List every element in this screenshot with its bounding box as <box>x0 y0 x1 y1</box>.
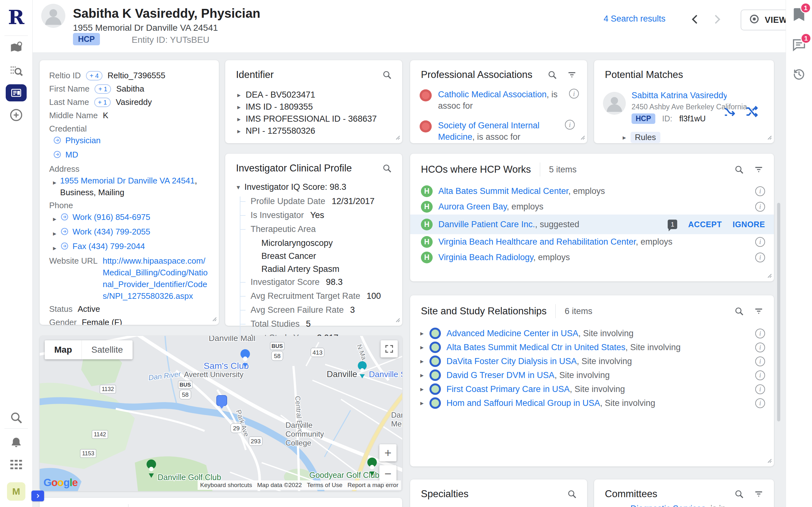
committee-link[interactable]: Diagnostic Services <box>630 504 706 507</box>
expand-caret-icon[interactable] <box>623 134 626 141</box>
info-icon[interactable]: i <box>755 398 765 408</box>
info-icon[interactable]: i <box>755 186 765 196</box>
site-link[interactable]: Advanced Medicine Center in USA <box>447 329 578 338</box>
chevron-right-icon[interactable] <box>711 13 723 25</box>
filter-icon[interactable] <box>567 70 577 80</box>
resize-handle[interactable] <box>212 316 217 323</box>
hco-link[interactable]: Virginia Beach Radiology <box>438 252 533 262</box>
dashboard-map-icon[interactable] <box>9 41 23 56</box>
hco-link[interactable]: Alta Bates Summit Medical Center <box>438 186 568 196</box>
resize-handle[interactable] <box>395 317 400 324</box>
fullscreen-button[interactable] <box>380 340 398 357</box>
address-link[interactable]: 1955 Memorial Dr Danville VA 24541 <box>60 176 195 185</box>
google-logo[interactable]: Google <box>44 476 78 489</box>
comments-icon[interactable]: 1 <box>792 38 806 53</box>
expand-panel-arrow[interactable] <box>32 491 44 501</box>
info-icon[interactable]: i <box>569 89 579 99</box>
accept-button[interactable]: ACCEPT <box>688 220 722 229</box>
credential-link[interactable]: Physician <box>65 135 101 147</box>
hco-link[interactable]: Aurora Green Bay <box>438 202 507 211</box>
satellite-button[interactable]: Satellite <box>82 340 133 359</box>
info-icon[interactable]: i <box>755 329 765 338</box>
expand-caret-icon[interactable] <box>53 176 56 188</box>
zoom-in-button[interactable]: + <box>379 444 397 461</box>
more-values-chip[interactable]: + 1 <box>94 98 111 107</box>
phone-link[interactable]: Work (916) 854-6975 <box>72 211 150 223</box>
reltio-logo[interactable]: R <box>8 6 24 29</box>
map-button[interactable]: Map <box>45 340 82 359</box>
more-values-chip[interactable]: + 4 <box>86 71 102 80</box>
info-icon[interactable]: i <box>565 120 575 130</box>
info-icon[interactable]: i <box>755 371 765 380</box>
hco-link[interactable]: Virginia Beach Healthcare and Rehabilita… <box>438 237 636 246</box>
history-icon[interactable] <box>792 67 806 82</box>
phone-link[interactable]: Fax (434) 799-2044 <box>72 240 145 252</box>
resize-handle[interactable] <box>767 273 772 279</box>
expand-caret-icon[interactable] <box>420 357 424 365</box>
expand-caret-icon[interactable] <box>53 242 56 254</box>
resize-handle[interactable] <box>580 135 585 141</box>
expand-caret-icon[interactable] <box>53 228 56 239</box>
filter-icon[interactable] <box>754 489 764 499</box>
info-icon[interactable]: i <box>755 252 765 262</box>
association-link[interactable]: Catholic Medical Association <box>438 90 547 99</box>
expand-caret-icon[interactable] <box>53 213 56 225</box>
search-icon[interactable] <box>547 70 557 80</box>
expand-caret-icon[interactable] <box>237 127 241 135</box>
search-icon[interactable] <box>734 306 744 316</box>
site-link[interactable]: DaVita Foster City Dialysis in USA <box>447 356 577 366</box>
info-icon[interactable]: i <box>755 356 765 366</box>
credential-link[interactable]: MD <box>65 149 78 161</box>
expand-caret-icon[interactable] <box>420 343 424 351</box>
info-icon[interactable]: i <box>755 343 765 352</box>
search-icon[interactable] <box>567 489 577 499</box>
ignore-button[interactable]: IGNORE <box>733 220 765 229</box>
scrollbar-thumb[interactable] <box>777 203 780 421</box>
search-results-link[interactable]: 4 Search results <box>604 14 665 24</box>
search-icon[interactable] <box>734 489 744 499</box>
search-icon[interactable] <box>9 411 23 426</box>
merge-icon[interactable] <box>723 105 737 118</box>
resize-handle[interactable] <box>395 135 400 141</box>
zoom-out-button[interactable]: − <box>379 465 397 482</box>
phone-link[interactable]: Work (434) 799-2055 <box>72 226 150 238</box>
expand-caret-icon[interactable] <box>420 385 424 393</box>
site-link[interactable]: Alta Bates Summit Medical Ctr in United … <box>447 343 625 352</box>
terms-link[interactable]: Terms of Use <box>305 481 345 490</box>
resize-handle[interactable] <box>767 135 772 141</box>
apps-grid-icon[interactable] <box>9 458 23 473</box>
more-values-chip[interactable]: + 1 <box>95 84 111 94</box>
report-error-link[interactable]: Report a map error <box>345 481 401 490</box>
rules-expander[interactable]: Rules <box>630 132 660 143</box>
filter-icon[interactable] <box>754 164 764 175</box>
info-icon[interactable]: i <box>755 384 765 394</box>
chevron-left-icon[interactable] <box>689 13 701 25</box>
site-link[interactable]: Hom and Saffouri Medical Group in USA <box>447 398 600 408</box>
expand-caret-icon[interactable] <box>420 399 424 407</box>
bookmarks-icon[interactable]: 1 <box>792 7 806 23</box>
not-a-match-icon[interactable] <box>745 105 759 118</box>
expand-caret-icon[interactable] <box>420 372 424 379</box>
expand-caret-icon[interactable] <box>237 115 241 123</box>
keyboard-shortcuts-link[interactable]: Keyboard shortcuts <box>198 481 255 490</box>
suggestion-count-badge[interactable]: 1 <box>668 220 677 229</box>
website-link[interactable]: http://www.hipaaspace.com/Medical_Billin… <box>103 255 210 302</box>
match-name-link[interactable]: Sabitta Katrina Vasireddy-P... <box>631 91 727 100</box>
user-avatar[interactable]: M <box>7 482 26 501</box>
notifications-bell-icon[interactable] <box>9 436 23 451</box>
search-icon[interactable] <box>734 164 744 175</box>
info-icon[interactable]: i <box>755 237 765 247</box>
site-link[interactable]: First Coast Primary Care in USA <box>447 384 570 394</box>
resize-handle[interactable] <box>767 458 772 464</box>
expand-caret-icon[interactable] <box>237 91 241 99</box>
add-circle-icon[interactable] <box>9 108 23 124</box>
hco-link[interactable]: Danville Patient Care Inc. <box>438 220 535 229</box>
site-link[interactable]: David G Treser DVM in USA <box>447 371 555 380</box>
expand-caret-icon[interactable] <box>420 330 424 337</box>
expand-caret-icon[interactable] <box>237 103 241 111</box>
profile-tab-active[interactable] <box>6 84 27 101</box>
search-list-icon[interactable] <box>9 63 23 79</box>
collapse-caret-icon[interactable] <box>237 183 240 191</box>
search-icon[interactable] <box>382 70 392 80</box>
info-icon[interactable]: i <box>755 202 765 212</box>
